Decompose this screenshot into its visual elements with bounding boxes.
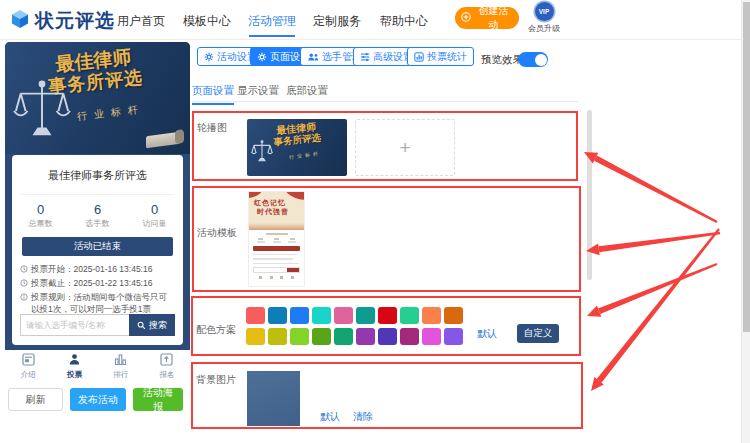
subtab-display-settings[interactable]: 显示设置 (237, 84, 279, 98)
activity-template-thumbnail[interactable]: 红色记忆 时代强音 (248, 191, 305, 287)
nav-item-activity-management[interactable]: 活动管理 (248, 13, 296, 30)
logo-cube-icon (10, 9, 30, 33)
color-swatch[interactable] (400, 328, 419, 345)
color-swatch[interactable] (422, 307, 441, 324)
template-mini-button (253, 246, 300, 251)
activity-poster-button[interactable]: 活动海报 (133, 388, 183, 411)
scroll-decoration (146, 132, 180, 149)
color-swatch[interactable] (290, 307, 309, 324)
color-swatch[interactable] (268, 307, 287, 324)
subtab-page-settings[interactable]: 页面设置 (192, 84, 234, 98)
color-swatch-row-1 (246, 307, 463, 324)
stat-visits: 0 访问量 (126, 202, 183, 229)
color-swatch[interactable] (422, 328, 441, 345)
preview-toggle[interactable] (518, 52, 548, 67)
create-activity-button[interactable]: 创建活动 (455, 7, 519, 29)
scales-of-justice-icon (251, 139, 273, 169)
nav-item-template-center[interactable]: 模板中心 (183, 13, 231, 30)
search-button[interactable]: 搜索 (129, 314, 175, 336)
gear-icon (257, 52, 267, 62)
stat-contestants: 6 选手数 (69, 202, 126, 229)
color-swatch[interactable] (334, 328, 353, 345)
contestant-search-input[interactable] (20, 314, 129, 336)
carousel-section-label: 轮播图 (197, 121, 227, 135)
activity-stats: 0 总票数 6 选手数 0 访问量 (12, 202, 183, 229)
color-swatch[interactable] (334, 307, 353, 324)
nav-item-help-center[interactable]: 帮助中心 (380, 13, 428, 30)
top-nav: 状元评选 用户首页 模板中心 活动管理 定制服务 帮助中心 创建活动 VIP 会… (0, 0, 750, 40)
tab-vote-statistics[interactable]: 投票统计 (407, 47, 474, 66)
activity-info-card: 最佳律师事务所评选 0 总票数 6 选手数 0 访问量 活动已结束 (12, 155, 183, 345)
template-mini-search (253, 267, 300, 273)
plus-icon: + (399, 137, 410, 159)
tab-intro[interactable]: 介绍 (5, 352, 51, 380)
color-swatch[interactable] (290, 328, 309, 345)
activity-ended-button[interactable]: 活动已结束 (22, 237, 173, 256)
activity-info-rows: 投票开始：2025-01-16 13:45:16 投票截止：2025-01-22… (20, 263, 175, 316)
chart-icon (414, 52, 424, 62)
users-icon (307, 52, 319, 62)
red-decoration (284, 192, 304, 200)
vip-badge-icon: VIP (535, 2, 554, 21)
red-wave-decoration (249, 223, 304, 230)
background-image-thumbnail[interactable] (247, 371, 300, 426)
color-swatch[interactable] (444, 307, 463, 324)
color-swatch[interactable] (378, 328, 397, 345)
app-window: 状元评选 用户首页 模板中心 活动管理 定制服务 帮助中心 创建活动 VIP 会… (0, 0, 750, 443)
tab-signup[interactable]: 报名 (144, 352, 190, 380)
refresh-button[interactable]: 刷新 (8, 388, 63, 411)
nav-item-custom-service[interactable]: 定制服务 (313, 13, 361, 30)
plus-circle-icon (461, 12, 471, 24)
publish-activity-button[interactable]: 发布活动 (70, 388, 126, 411)
color-custom-button[interactable]: 自定义 (517, 324, 559, 343)
carousel-image-thumbnail[interactable]: 最佳律师 事务所评选 行业标杆 (247, 119, 347, 176)
activity-title: 最佳律师事务所评选 (12, 155, 183, 183)
color-swatch[interactable] (356, 307, 375, 324)
page-scrollbar-thumb[interactable] (743, 2, 750, 332)
vote-person-icon (68, 353, 81, 366)
background-clear-link[interactable]: 清除 (353, 410, 373, 424)
logo-text: 状元评选 (35, 8, 115, 34)
color-swatch[interactable] (444, 328, 463, 345)
intro-icon (22, 353, 35, 366)
stat-total-votes: 0 总票数 (12, 202, 69, 229)
color-swatch[interactable] (268, 328, 287, 345)
contestant-search: 搜索 (20, 314, 175, 336)
color-swatch[interactable] (378, 307, 397, 324)
info-icon (20, 293, 28, 301)
background-section-label: 背景图片 (196, 373, 236, 387)
color-default-link[interactable]: 默认 (477, 327, 497, 341)
color-swatch[interactable] (246, 328, 265, 345)
color-swatch-row-2 (246, 328, 463, 345)
vote-start-row: 投票开始：2025-01-16 13:45:16 (20, 263, 175, 276)
clock-icon (20, 279, 28, 287)
color-scheme-section-label: 配色方案 (196, 323, 236, 337)
divider (192, 101, 578, 102)
sliders-icon (360, 52, 370, 62)
preview-bottom-tabs: 介绍 投票 排行 报名 (5, 352, 190, 380)
signup-icon (160, 353, 173, 366)
scales-of-justice-icon (13, 78, 71, 148)
color-swatch[interactable] (312, 328, 331, 345)
color-swatch[interactable] (400, 307, 419, 324)
add-carousel-image-button[interactable]: + (355, 119, 455, 176)
tab-vote[interactable]: 投票 (51, 352, 97, 380)
gear-icon (204, 52, 214, 62)
color-swatch[interactable] (312, 307, 331, 324)
color-swatch[interactable] (356, 328, 375, 345)
template-section-label: 活动模板 (197, 226, 237, 240)
rank-chart-icon (114, 353, 127, 366)
template-header: 红色记忆 时代强音 (249, 192, 304, 230)
background-default-link[interactable]: 默认 (320, 410, 340, 424)
page-scrollbar[interactable] (741, 0, 750, 443)
activity-banner-image: 最佳律师 事务所评选 行业标杆 (5, 42, 190, 154)
vip-upgrade[interactable]: VIP 会员升级 (522, 2, 566, 34)
vote-end-row: 投票截止：2025-01-22 13:45:16 (20, 277, 175, 290)
activity-preview-panel: 最佳律师 事务所评选 行业标杆 最佳律师事务所评选 (5, 42, 190, 350)
tab-rank[interactable]: 排行 (98, 352, 144, 380)
subtab-footer-settings[interactable]: 底部设置 (286, 84, 328, 98)
content-scrollbar-thumb[interactable] (587, 110, 592, 280)
nav-item-user-home[interactable]: 用户首页 (117, 13, 165, 30)
color-swatch[interactable] (246, 307, 265, 324)
vip-label: 会员升级 (522, 23, 566, 34)
